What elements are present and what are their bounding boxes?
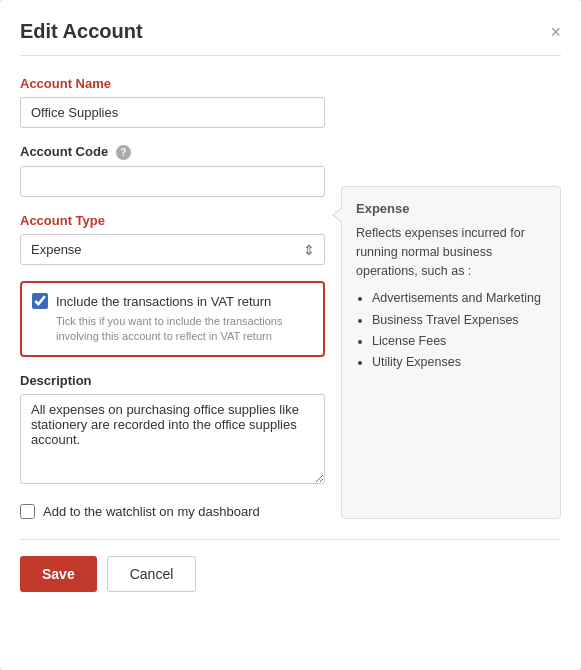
description-group: Description All expenses on purchasing o… — [20, 373, 325, 488]
watchlist-row: Add to the watchlist on my dashboard — [20, 504, 325, 519]
account-name-label: Account Name — [20, 76, 325, 91]
account-code-help-icon[interactable]: ? — [116, 145, 131, 160]
watchlist-label: Add to the watchlist on my dashboard — [43, 504, 260, 519]
tooltip-list-item: Utility Expenses — [372, 352, 546, 373]
account-type-select[interactable]: Expense Income Asset Liability — [20, 234, 325, 265]
tooltip-list-item: Business Travel Expenses — [372, 310, 546, 331]
account-type-label: Account Type — [20, 213, 325, 228]
vat-box: Include the transactions in VAT return T… — [20, 281, 325, 357]
account-code-group: Account Code ? — [20, 144, 325, 197]
tooltip-list: Advertisements and Marketing Business Tr… — [356, 288, 546, 373]
edit-account-modal: Edit Account × Account Name Account Code… — [0, 0, 581, 670]
tooltip-list-item: License Fees — [372, 331, 546, 352]
form-layout: Account Name Account Code ? Account Type… — [20, 76, 561, 519]
description-textarea[interactable]: All expenses on purchasing office suppli… — [20, 394, 325, 484]
modal-footer: Save Cancel — [20, 539, 561, 592]
vat-checkbox-row: Include the transactions in VAT return — [32, 293, 313, 309]
form-left: Account Name Account Code ? Account Type… — [20, 76, 325, 519]
vat-checkbox[interactable] — [32, 293, 48, 309]
account-name-group: Account Name — [20, 76, 325, 128]
vat-hint: Tick this if you want to include the tra… — [56, 314, 313, 345]
save-button[interactable]: Save — [20, 556, 97, 592]
account-type-select-wrapper: Expense Income Asset Liability ⇕ — [20, 234, 325, 265]
close-button[interactable]: × — [550, 23, 561, 41]
tooltip-title: Expense — [356, 201, 546, 216]
modal-header: Edit Account × — [20, 20, 561, 56]
watchlist-checkbox[interactable] — [20, 504, 35, 519]
cancel-button[interactable]: Cancel — [107, 556, 197, 592]
tooltip-list-item: Advertisements and Marketing — [372, 288, 546, 309]
tooltip-text: Reflects expenses incurred for running n… — [356, 224, 546, 280]
account-code-input[interactable] — [20, 166, 325, 197]
modal-title: Edit Account — [20, 20, 143, 43]
account-code-label: Account Code ? — [20, 144, 325, 160]
expense-tooltip: Expense Reflects expenses incurred for r… — [341, 186, 561, 519]
description-label: Description — [20, 373, 325, 388]
vat-label: Include the transactions in VAT return — [56, 294, 271, 309]
account-name-input[interactable] — [20, 97, 325, 128]
account-type-group: Account Type Expense Income Asset Liabil… — [20, 213, 325, 265]
